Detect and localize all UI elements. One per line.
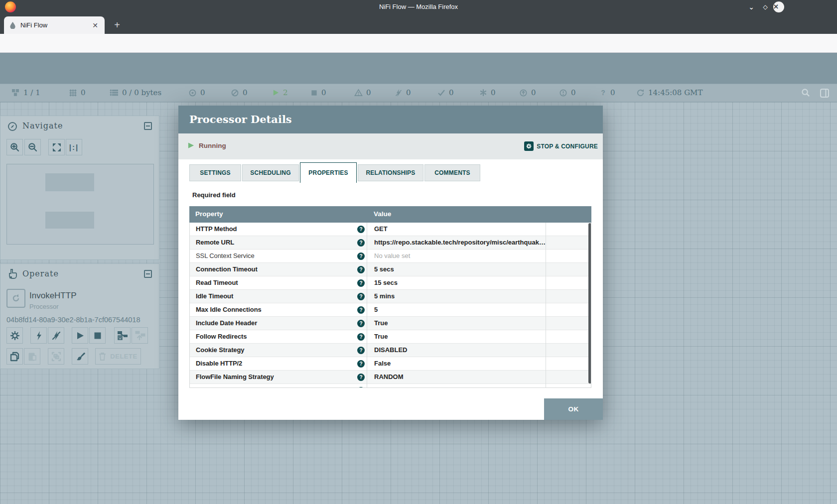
selected-component-type: Processor: [29, 303, 59, 310]
last-refresh-time: 14:45:08 GMT: [648, 88, 702, 97]
window-maximize-button[interactable]: ◇: [759, 1, 771, 13]
processor-stamp-icon: [6, 289, 25, 308]
selected-component-name: InvokeHTTP: [29, 291, 76, 301]
tab-comments[interactable]: COMMENTS: [424, 164, 480, 181]
navigate-panel: Navigate |:|: [0, 116, 159, 260]
tab-relationships[interactable]: RELATIONSHIPS: [358, 164, 423, 181]
tab-close-icon[interactable]: ✕: [91, 21, 100, 29]
property-row: Cookie Strategy?DISABLED: [190, 344, 591, 357]
window-title: NiFi Flow — Mozilla Firefox: [0, 0, 837, 14]
group-button: [48, 348, 64, 365]
compass-icon: [7, 122, 17, 131]
search-icon[interactable]: [801, 88, 811, 98]
stop-button[interactable]: [89, 327, 106, 344]
screen: NiFi Flow — Mozilla Firefox ⌄ ◇ ✕ NiFi F…: [0, 0, 837, 504]
zoom-fit-button[interactable]: [48, 139, 65, 155]
property-row: Connection Timeout?5 secs: [190, 263, 591, 276]
save-template-button[interactable]: [114, 327, 131, 344]
configure-gear-icon: [524, 141, 534, 151]
column-property: Property: [195, 210, 223, 218]
ok-button[interactable]: OK: [544, 398, 603, 420]
operate-collapse-button[interactable]: [144, 270, 152, 278]
color-brush-button[interactable]: [72, 348, 88, 365]
zoom-actual-size-button[interactable]: |:|: [66, 139, 82, 155]
property-row: FlowFile Naming Strategy?RANDOM: [190, 371, 591, 384]
navigate-title: Navigate: [22, 121, 63, 130]
property-row: Follow Redirects?True: [190, 330, 591, 344]
help-icon[interactable]: ?: [357, 293, 365, 300]
help-icon[interactable]: ?: [357, 374, 365, 381]
copy-button[interactable]: [6, 348, 23, 365]
dialog-header: Processor Details: [178, 106, 603, 133]
refresh-status[interactable]: 14:45:08 GMT: [636, 88, 702, 97]
status-stale: 0: [519, 88, 536, 97]
status-active-threads: 0: [69, 88, 86, 97]
status-sync-failure: ? 0: [599, 88, 615, 97]
tab-settings[interactable]: SETTINGS: [189, 164, 241, 181]
status-queued: 0 / 0 bytes: [110, 88, 161, 97]
browser-toolbar: ← → https://172.18.0.3:32558/nifi/?proce…: [0, 34, 837, 53]
upload-template-button: [132, 327, 148, 344]
configure-button[interactable]: [6, 327, 23, 344]
enable-button[interactable]: [30, 327, 47, 344]
help-icon[interactable]: ?: [357, 360, 365, 368]
window-close-button[interactable]: ✕: [773, 1, 784, 12]
delete-button: DELETE: [95, 348, 141, 365]
running-play-icon: [187, 141, 195, 149]
help-icon[interactable]: ?: [357, 333, 365, 341]
processor-details-dialog: Processor Details Running STOP & CONFIGU…: [178, 106, 603, 420]
property-row: Remote URL?https://repo.stackable.tech/r…: [190, 236, 591, 250]
properties-table-header: Property Value: [189, 206, 591, 223]
minimap-processor: [45, 173, 94, 191]
window-minimize-button[interactable]: ⌄: [745, 1, 757, 13]
tab-properties[interactable]: PROPERTIES: [300, 162, 357, 183]
table-scrollbar[interactable]: [588, 223, 591, 383]
required-field-label: Required field: [192, 191, 236, 199]
operate-title: Operate: [22, 269, 59, 278]
navigate-collapse-button[interactable]: [144, 122, 152, 130]
property-row: Read Timeout?15 secs: [190, 276, 591, 290]
birdseye-minimap[interactable]: [6, 164, 154, 245]
status-up-to-date: 0: [437, 88, 454, 97]
status-disabled: 0: [395, 88, 411, 97]
help-icon[interactable]: ?: [357, 347, 365, 354]
help-icon[interactable]: ?: [357, 320, 365, 327]
column-divider: [546, 223, 546, 388]
help-icon[interactable]: ?: [357, 239, 365, 247]
properties-table: HTTP Method?GET Remote URL?https://repo.…: [189, 223, 591, 388]
refresh-icon[interactable]: [636, 89, 645, 97]
status-running: 2: [272, 88, 288, 97]
help-icon[interactable]: ?: [357, 252, 365, 260]
window-titlebar: NiFi Flow — Mozilla Firefox ⌄ ◇ ✕: [0, 0, 837, 14]
new-tab-button[interactable]: +: [111, 19, 124, 32]
start-button[interactable]: [72, 327, 88, 344]
help-icon[interactable]: ?: [357, 279, 365, 287]
operate-panel: Operate InvokeHTTP Processor 04b8fd14-80…: [0, 263, 159, 369]
browser-tab[interactable]: NiFi Flow ✕: [4, 16, 105, 34]
tab-title: NiFi Flow: [20, 21, 87, 29]
property-row: Include Date Header?True: [190, 317, 591, 330]
status-locally-modified-stale: 0: [559, 88, 576, 97]
property-row: Disable HTTP/2?False: [190, 357, 591, 371]
paste-button: [24, 348, 40, 365]
disable-button[interactable]: [48, 327, 64, 344]
tab-scheduling[interactable]: SCHEDULING: [242, 164, 299, 181]
dialog-title: Processor Details: [189, 113, 292, 126]
stop-and-configure-button[interactable]: STOP & CONFIGURE: [524, 141, 598, 151]
nifi-header: nifi admin LOG OUT: [0, 53, 837, 84]
help-icon[interactable]: ?: [357, 387, 365, 388]
delete-label: DELETE: [110, 353, 137, 360]
help-icon[interactable]: ?: [357, 226, 365, 233]
zoom-in-button[interactable]: [6, 139, 23, 155]
status-invalid: 0: [354, 88, 371, 97]
browser-tabstrip: NiFi Flow ✕ +: [0, 14, 837, 34]
property-row: Max Idle Connections?5: [190, 303, 591, 317]
column-value: Value: [374, 210, 391, 218]
help-icon[interactable]: ?: [357, 306, 365, 314]
panel-toggle-icon[interactable]: [820, 88, 830, 98]
dialog-status-row: Running STOP & CONFIGURE: [178, 133, 603, 159]
property-row: Attributes to Send?No value set: [190, 384, 591, 388]
help-icon[interactable]: ?: [357, 266, 365, 273]
zoom-out-button[interactable]: [24, 139, 41, 155]
status-connected-nodes: 1 / 1: [11, 88, 40, 97]
